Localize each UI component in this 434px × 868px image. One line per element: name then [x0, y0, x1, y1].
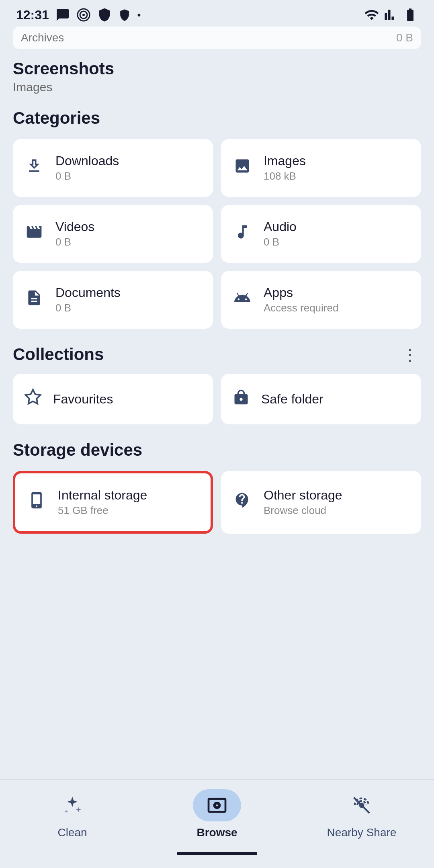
- nav-item-browse[interactable]: Browse: [145, 789, 289, 839]
- audio-info: Audio 0 B: [264, 219, 297, 248]
- videos-size: 0 B: [55, 236, 94, 248]
- signal-icon: [384, 8, 398, 22]
- favourites-name: Favourites: [53, 392, 113, 407]
- svg-point-2: [82, 14, 85, 16]
- document-icon: [24, 289, 44, 311]
- message-icon: [55, 8, 70, 22]
- nav-item-clean[interactable]: Clean: [0, 789, 145, 839]
- internal-storage-detail: 51 GB free: [58, 504, 147, 517]
- browse-icon-wrap: [193, 789, 241, 821]
- shield-icon: [118, 8, 131, 21]
- more-options-button[interactable]: ⋮: [399, 345, 421, 364]
- archives-label: Archives: [21, 31, 64, 44]
- download-icon: [24, 157, 44, 179]
- screenshots-block: Screenshots Images: [13, 59, 421, 94]
- screenshots-title: Screenshots: [13, 59, 421, 79]
- videos-name: Videos: [55, 219, 94, 234]
- archives-row[interactable]: Archives 0 B: [13, 27, 421, 49]
- categories-section: Categories Downloads 0 B Images 1: [13, 108, 421, 329]
- category-apps[interactable]: Apps Access required: [221, 271, 421, 329]
- audio-name: Audio: [264, 219, 297, 234]
- phone-storage-icon: [27, 491, 47, 513]
- images-size: 108 kB: [264, 170, 306, 182]
- video-icon: [24, 223, 44, 245]
- svg-marker-3: [26, 390, 41, 404]
- downloads-info: Downloads 0 B: [55, 154, 119, 182]
- category-images[interactable]: Images 108 kB: [221, 139, 421, 197]
- badge-icon: [97, 8, 112, 22]
- nearby-icon-wrap: [338, 789, 386, 821]
- battery-icon: [403, 7, 418, 23]
- other-storage-card[interactable]: Other storage Browse cloud: [221, 471, 421, 534]
- status-time: 12:31 •: [16, 8, 141, 23]
- status-bar: 12:31 •: [0, 0, 434, 27]
- storage-header: Storage devices: [13, 440, 421, 460]
- apps-icon: [232, 289, 252, 311]
- star-icon: [24, 388, 42, 410]
- clean-label: Clean: [57, 826, 87, 839]
- internal-storage-info: Internal storage 51 GB free: [58, 488, 147, 517]
- category-videos[interactable]: Videos 0 B: [13, 205, 213, 263]
- dot-indicator: •: [137, 9, 141, 20]
- screenshots-subtitle: Images: [13, 80, 421, 94]
- nav-item-nearby[interactable]: Nearby Share: [289, 789, 434, 839]
- browse-icon: [206, 794, 228, 817]
- collections-grid: Favourites Safe folder: [13, 374, 421, 424]
- cloud-storage-icon: [232, 491, 252, 513]
- bottom-indicator: [177, 852, 257, 855]
- main-content: Archives 0 B Screenshots Images Categori…: [0, 27, 434, 661]
- documents-name: Documents: [55, 285, 121, 300]
- audio-size: 0 B: [264, 236, 297, 248]
- status-icons: [364, 7, 418, 23]
- other-storage-name: Other storage: [264, 488, 342, 503]
- time-display: 12:31: [16, 8, 49, 23]
- nearby-label: Nearby Share: [327, 826, 397, 839]
- categories-grid: Downloads 0 B Images 108 kB: [13, 139, 421, 329]
- downloads-size: 0 B: [55, 170, 119, 182]
- apps-info: Apps Access required: [264, 285, 338, 314]
- storage-section: Storage devices Internal storage 51 GB f…: [13, 440, 421, 534]
- sparkles-icon: [62, 795, 83, 816]
- image-icon: [232, 157, 252, 179]
- browse-label: Browse: [197, 826, 237, 839]
- safe-folder-name: Safe folder: [261, 392, 323, 407]
- archives-size: 0 B: [396, 31, 413, 44]
- internal-storage-name: Internal storage: [58, 488, 147, 503]
- apps-access: Access required: [264, 302, 338, 314]
- nearby-icon: [351, 795, 372, 816]
- category-documents[interactable]: Documents 0 B: [13, 271, 213, 329]
- lock-icon: [232, 388, 250, 410]
- collection-safe-folder[interactable]: Safe folder: [221, 374, 421, 424]
- downloads-name: Downloads: [55, 154, 119, 168]
- videos-info: Videos 0 B: [55, 219, 94, 248]
- bottom-nav: Clean Browse Nearby Share: [0, 779, 434, 852]
- category-audio[interactable]: Audio 0 B: [221, 205, 421, 263]
- collections-section: Collections ⋮ Favourites Safe folder: [13, 345, 421, 424]
- category-downloads[interactable]: Downloads 0 B: [13, 139, 213, 197]
- apps-name: Apps: [264, 285, 338, 300]
- other-storage-info: Other storage Browse cloud: [264, 488, 342, 517]
- images-name: Images: [264, 154, 306, 168]
- audio-icon: [232, 223, 252, 245]
- collections-title: Collections: [13, 345, 104, 364]
- storage-grid: Internal storage 51 GB free Other storag…: [13, 471, 421, 534]
- images-info: Images 108 kB: [264, 154, 306, 182]
- documents-size: 0 B: [55, 302, 121, 314]
- clean-icon-wrap: [48, 789, 96, 821]
- collection-favourites[interactable]: Favourites: [13, 374, 213, 424]
- target-icon: [76, 8, 91, 22]
- svg-point-6: [360, 804, 364, 807]
- wifi-icon: [364, 7, 379, 23]
- collections-header: Collections ⋮: [13, 345, 421, 364]
- documents-info: Documents 0 B: [55, 285, 121, 314]
- internal-storage-card[interactable]: Internal storage 51 GB free: [13, 471, 213, 534]
- other-storage-detail: Browse cloud: [264, 504, 342, 517]
- categories-header: Categories: [13, 108, 421, 128]
